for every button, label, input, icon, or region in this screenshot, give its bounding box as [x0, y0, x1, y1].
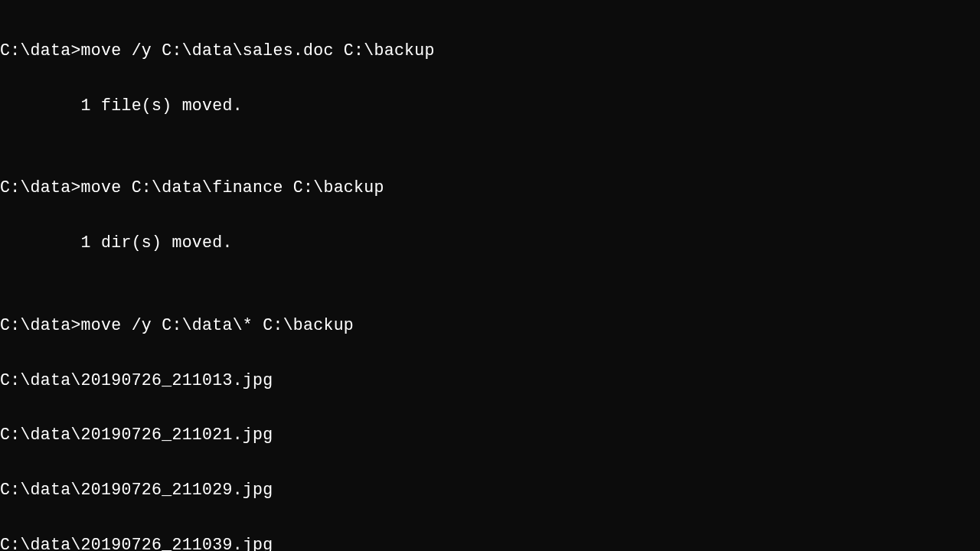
- terminal-line: 1 file(s) moved.: [0, 93, 980, 120]
- terminal-line: 1 dir(s) moved.: [0, 230, 980, 257]
- terminal-line: C:\data>move /y C:\data\sales.doc C:\bac…: [0, 37, 980, 65]
- terminal-line: C:\data>move C:\data\finance C:\backup: [0, 174, 980, 202]
- terminal-line: C:\data\20190726_211013.jpg: [0, 367, 980, 395]
- terminal-output[interactable]: C:\data>move /y C:\data\sales.doc C:\bac…: [0, 0, 980, 551]
- terminal-line: C:\data\20190726_211039.jpg: [0, 532, 980, 551]
- terminal-line: C:\data>move /y C:\data\* C:\backup: [0, 312, 980, 340]
- terminal-line: C:\data\20190726_211021.jpg: [0, 422, 980, 449]
- terminal-line: C:\data\20190726_211029.jpg: [0, 477, 980, 504]
